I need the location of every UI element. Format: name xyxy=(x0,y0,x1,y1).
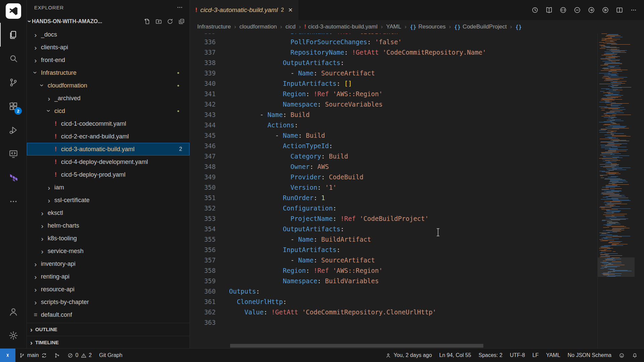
activity-item-search[interactable] xyxy=(0,47,26,70)
status-commit-author[interactable]: You, 2 days ago xyxy=(382,349,435,362)
tree-item[interactable]: ›k8s-tooling xyxy=(27,232,190,245)
tree-item[interactable]: !cicd-4-deploy-development.yaml xyxy=(27,156,190,168)
tree-item[interactable]: ›ssl-certificate xyxy=(27,194,190,206)
status-encoding[interactable]: UTF-8 xyxy=(506,349,529,362)
tree-item[interactable]: ›helm-charts xyxy=(27,219,190,232)
code-editor[interactable]: 335 BranchName: !Ref 'CICDBranch'336 Pol… xyxy=(190,34,598,349)
code-line[interactable]: 361 CloneUrlHttp: xyxy=(190,297,598,307)
code-line[interactable]: 349 Provider: CodeBuild xyxy=(190,172,598,182)
activity-item-accounts[interactable] xyxy=(0,300,26,323)
code-line[interactable]: 348 Owner: AWS xyxy=(190,162,598,172)
status-git-graph-launcher[interactable] xyxy=(51,349,64,362)
more-action[interactable] xyxy=(630,6,637,14)
status-json-schema[interactable]: No JSON Schema xyxy=(564,349,615,362)
code-line[interactable]: 355 - Name: BuildArtifact xyxy=(190,234,598,245)
code-line[interactable]: 343 - Name: Build xyxy=(190,110,598,120)
code-circle-action[interactable] xyxy=(559,6,567,14)
horizontal-scrollbar[interactable] xyxy=(230,344,483,348)
circle-minus-action[interactable] xyxy=(574,6,581,14)
code-line[interactable]: 360Outputs: xyxy=(190,286,598,297)
breadcrumb-item[interactable]: {} xyxy=(515,24,522,30)
status-cursor-position[interactable]: Ln 94, Col 55 xyxy=(436,349,475,362)
code-line[interactable]: 351 RunOrder: 1 xyxy=(190,193,598,203)
breadcrumb-item[interactable]: cloudformation xyxy=(239,23,277,30)
tree-item[interactable]: ›iam xyxy=(27,181,190,194)
book-action[interactable] xyxy=(545,6,553,14)
activity-item-vscode-logo[interactable] xyxy=(0,3,26,23)
refresh-button[interactable] xyxy=(167,18,173,25)
minimap-slider[interactable] xyxy=(598,257,635,277)
tree-item[interactable]: ≡default.conf xyxy=(27,308,190,321)
code-line[interactable]: 340 InputArtifacts: [] xyxy=(190,78,598,89)
activity-item-additional-views[interactable] xyxy=(0,189,26,213)
status-git-graph-button[interactable]: Git Graph xyxy=(96,349,126,362)
code-line[interactable]: 346 ActionTypeId: xyxy=(190,141,598,151)
tab-cicd-3-automatic-build[interactable]: ! cicd-3-automatic-build.yaml 2 × xyxy=(190,0,298,20)
tree-item[interactable]: ›cicd● xyxy=(27,105,190,117)
activity-item-run-and-debug[interactable] xyxy=(0,118,26,142)
status-git-branch[interactable]: main xyxy=(15,349,51,362)
code-line[interactable]: 357 - Name: SourceArtifact xyxy=(190,255,598,265)
code-line[interactable]: 341 Region: !Ref 'AWS::Region' xyxy=(190,89,598,99)
circle-arrow-action[interactable] xyxy=(588,6,595,14)
outline-panel-header[interactable]: › OUTLINE xyxy=(27,323,190,336)
code-line[interactable]: 338 OutputArtifacts: xyxy=(190,58,598,68)
code-line[interactable]: 335 BranchName: !Ref 'CICDBranch' xyxy=(190,34,598,37)
breadcrumb-item[interactable]: Infrastructure xyxy=(197,23,231,30)
tree-item[interactable]: ›clients-api xyxy=(27,41,190,54)
breadcrumb-item[interactable]: !cicd-3-automatic-build.yaml xyxy=(304,23,378,30)
code-line[interactable]: 353 ProjectName: !Ref 'CodeBuildProject' xyxy=(190,214,598,224)
split-editor-action[interactable] xyxy=(616,6,623,14)
tree-item[interactable]: ›eksctl xyxy=(27,206,190,219)
collapse-all-button[interactable] xyxy=(178,18,185,25)
timeline-panel-header[interactable]: › TIMELINE xyxy=(27,336,190,349)
tree-item[interactable]: ›cloudformation● xyxy=(27,79,190,92)
code-line[interactable]: 342 Namespace: SourceVariables xyxy=(190,99,598,110)
tree-item[interactable]: ›service-mesh xyxy=(27,245,190,257)
code-line[interactable]: 347 Category: Build xyxy=(190,151,598,162)
tree-item[interactable]: !cicd-2-ecr-and-build.yaml xyxy=(27,130,190,143)
close-icon[interactable]: × xyxy=(288,6,292,14)
breadcrumb-item[interactable]: YAML xyxy=(386,23,401,30)
code-line[interactable]: 358 Region: !Ref 'AWS::Region' xyxy=(190,265,598,276)
tree-item[interactable]: !cicd-1-codecommit.yaml xyxy=(27,117,190,130)
code-line[interactable]: 352 Configuration: xyxy=(190,203,598,214)
minimap[interactable] xyxy=(597,34,635,349)
activity-item-remote-explorer[interactable] xyxy=(0,142,26,166)
code-line[interactable]: 363 xyxy=(190,317,598,328)
code-line[interactable]: 336 PollForSourceChanges: 'false' xyxy=(190,37,598,47)
code-line[interactable]: 356 InputArtifacts: xyxy=(190,245,598,255)
status-remote-indicator[interactable] xyxy=(0,349,15,362)
tree-item[interactable]: !cicd-3-automatic-build.yaml2 xyxy=(27,143,190,156)
code-line[interactable]: 362 Value: !GetAtt 'CodeCommitRepository… xyxy=(190,307,598,317)
status-notifications[interactable] xyxy=(628,349,641,362)
explorer-more-actions-icon[interactable] xyxy=(176,4,183,11)
code-line[interactable]: 350 Version: '1' xyxy=(190,182,598,193)
project-header[interactable]: › HANDS-ON-WITH-AMAZO... xyxy=(27,15,190,28)
status-problems[interactable]: 02 xyxy=(64,349,96,362)
activity-item-explorer[interactable] xyxy=(0,23,26,47)
code-line[interactable]: 345 - Name: Build xyxy=(190,130,598,141)
history-action[interactable] xyxy=(531,6,539,14)
tree-item[interactable]: ›_docs xyxy=(27,28,190,41)
breadcrumb-item[interactable]: {}CodeBuildProject xyxy=(454,23,507,30)
code-line[interactable]: 337 RepositoryName: !GetAtt 'CodeCommitR… xyxy=(190,47,598,58)
tree-item[interactable]: ›Infrastructure● xyxy=(27,66,190,79)
tree-item[interactable]: ›inventory-api xyxy=(27,257,190,270)
code-line[interactable]: 344 Actions: xyxy=(190,120,598,130)
breadcrumb-item[interactable]: cicd xyxy=(285,23,296,30)
tree-item[interactable]: ›front-end xyxy=(27,54,190,66)
activity-item-terraform[interactable] xyxy=(0,166,26,189)
new-file-button[interactable] xyxy=(144,18,151,25)
tree-item[interactable]: ›renting-api xyxy=(27,270,190,283)
status-eol[interactable]: LF xyxy=(529,349,542,362)
activity-item-extensions[interactable]: 2 xyxy=(0,94,26,118)
code-line[interactable]: 339 - Name: SourceArtifact xyxy=(190,68,598,78)
code-line[interactable]: 359 Namespace: BuildVariables xyxy=(190,276,598,286)
tree-item[interactable]: ›resource-api xyxy=(27,283,190,296)
tree-item[interactable]: ›_archived xyxy=(27,92,190,105)
tree-item[interactable]: ›scripts-by-chapter xyxy=(27,296,190,308)
activity-item-manage[interactable] xyxy=(0,323,26,347)
new-folder-button[interactable] xyxy=(155,18,162,25)
status-feedback[interactable] xyxy=(615,349,628,362)
